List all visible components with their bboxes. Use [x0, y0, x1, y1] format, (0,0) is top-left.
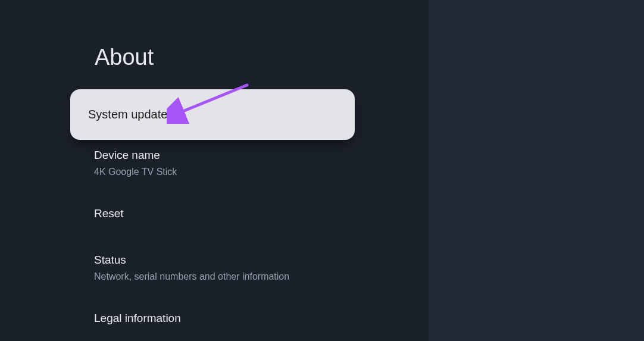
- menu-item-system-update[interactable]: System update: [70, 89, 355, 140]
- menu-item-subtitle: Network, serial numbers and other inform…: [94, 271, 355, 282]
- menu-item-label: System update: [88, 108, 167, 121]
- menu-item-legal-information[interactable]: Legal information: [70, 312, 355, 325]
- menu-item-subtitle: 4K Google TV Stick: [94, 167, 355, 177]
- main-panel: About System update Device name 4K Googl…: [0, 0, 429, 341]
- menu-item-label: Status: [94, 254, 355, 267]
- about-menu-list: System update Device name 4K Google TV S…: [70, 89, 355, 325]
- menu-item-label: Legal information: [94, 312, 355, 325]
- menu-item-reset[interactable]: Reset: [70, 207, 355, 220]
- menu-item-label: Device name: [94, 149, 355, 162]
- page-title: About: [95, 45, 154, 70]
- menu-item-status[interactable]: Status Network, serial numbers and other…: [70, 254, 355, 282]
- menu-item-label: Reset: [94, 207, 355, 220]
- side-panel: [429, 0, 644, 341]
- menu-item-device-name[interactable]: Device name 4K Google TV Stick: [70, 149, 355, 177]
